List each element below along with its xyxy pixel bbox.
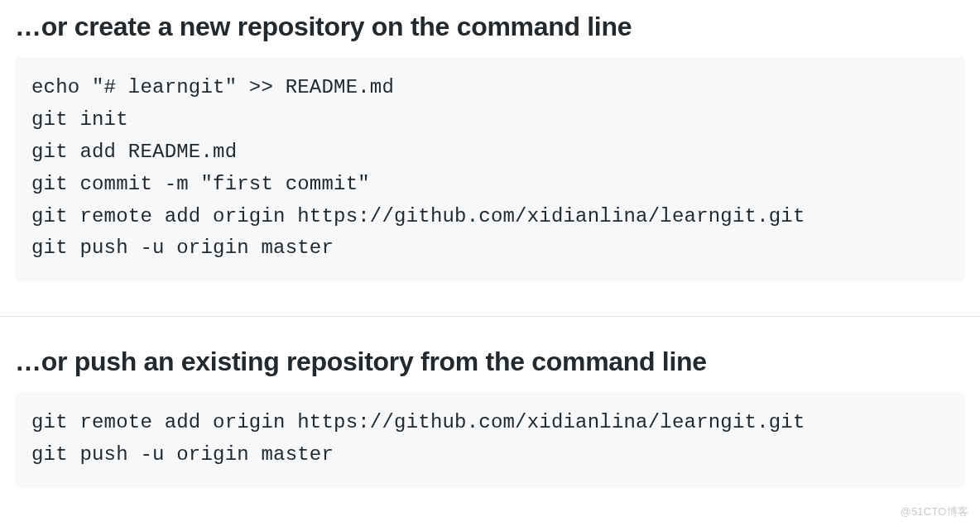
create-repo-code-block[interactable]: echo "# learngit" >> README.md git init … bbox=[15, 57, 965, 281]
create-repo-heading: …or create a new repository on the comma… bbox=[15, 12, 965, 42]
create-repo-section: …or create a new repository on the comma… bbox=[0, 12, 980, 281]
section-divider bbox=[0, 316, 980, 317]
push-repo-section: …or push an existing repository from the… bbox=[0, 347, 980, 488]
watermark-text: @51CTO博客 bbox=[901, 504, 968, 519]
push-repo-code-block[interactable]: git remote add origin https://github.com… bbox=[15, 392, 965, 488]
push-repo-heading: …or push an existing repository from the… bbox=[15, 347, 965, 377]
